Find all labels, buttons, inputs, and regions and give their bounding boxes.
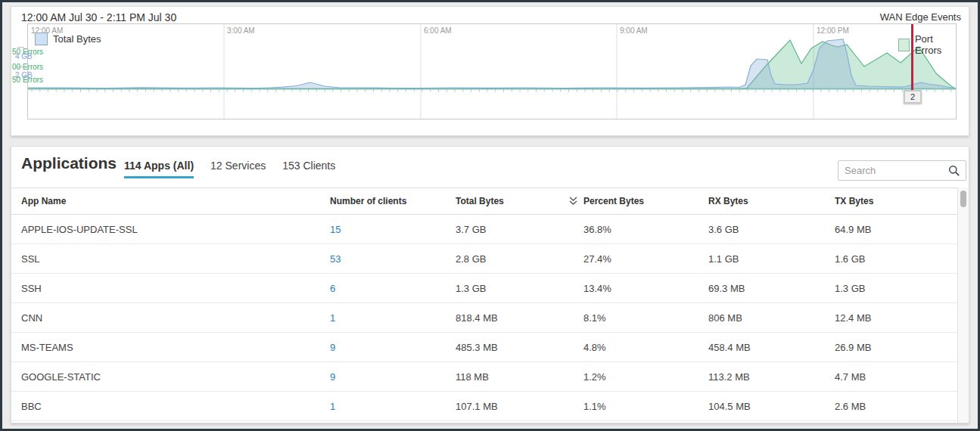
rx-bytes-cell: 113.2 MB (708, 371, 835, 383)
search-icon[interactable] (948, 165, 960, 177)
time-tick-label: 6:00 AM (424, 26, 452, 35)
col-header-percent-bytes[interactable]: Percent Bytes (568, 196, 708, 206)
table-row[interactable]: BBC1107.1 MB1.1%104.5 MB2.6 MB (11, 392, 957, 421)
clients-cell: 9 (330, 371, 456, 383)
clients-count-link[interactable]: 6 (330, 283, 335, 294)
search-input[interactable] (838, 165, 948, 176)
rx-bytes-cell: 104.5 MB (708, 401, 835, 412)
wan-insights-chart-card: 12:00 AM Jul 30 - 2:11 PM Jul 30 WAN Edg… (11, 6, 969, 136)
total-bytes-cell: 818.4 MB (456, 312, 568, 324)
tx-bytes-cell: 1.6 GB (835, 253, 957, 265)
app-name-cell: SSH (11, 283, 330, 294)
tab-apps-all[interactable]: 114 Apps (All) (124, 160, 194, 178)
legend-port-errors[interactable]: Port Errors (898, 33, 956, 56)
time-tick-label: 3:00 AM (227, 26, 255, 35)
legend-total-bytes[interactable]: Total Bytes (35, 33, 101, 45)
scrollbar-thumb[interactable] (960, 191, 966, 207)
tx-bytes-cell: 12.4 MB (835, 312, 957, 324)
wan-edge-events-label: WAN Edge Events (880, 11, 961, 23)
percent-bytes-cell: 1.2% (568, 371, 708, 383)
port-errors-axis-label: 50 Errors (12, 76, 43, 84)
axis-tick-dash (17, 47, 24, 48)
clients-count-link[interactable]: 1 (330, 401, 335, 412)
rx-bytes-cell: 806 MB (708, 312, 835, 324)
percent-bytes-value: 27.4% (583, 253, 611, 265)
legend-port-label: Port Errors (915, 33, 956, 56)
tx-bytes-cell: 1.3 GB (835, 283, 957, 294)
rx-bytes-cell: 69.3 MB (708, 283, 835, 294)
tx-bytes-cell: 4.7 MB (835, 371, 957, 383)
app-name-cell: CNN (11, 312, 330, 324)
clients-cell: 1 (330, 312, 456, 324)
sort-descending-icon[interactable] (568, 197, 578, 206)
axis-tick-dash (17, 67, 24, 67)
applications-title: Applications (21, 154, 117, 172)
clients-cell: 1 (330, 401, 456, 412)
total-bytes-cell: 107.1 MB (456, 401, 568, 412)
port-errors-swatch-icon (898, 39, 910, 51)
total-bytes-cell: 485.3 MB (456, 342, 568, 353)
app-name-cell: APPLE-IOS-UPDATE-SSL (11, 224, 330, 235)
clients-count-link[interactable]: 53 (330, 253, 341, 265)
tab-services[interactable]: 12 Services (210, 160, 266, 178)
clients-count-link[interactable]: 9 (330, 342, 335, 353)
event-marker-line[interactable] (911, 24, 913, 91)
tx-bytes-cell: 64.9 MB (835, 224, 957, 235)
percent-bytes-cell: 8.1% (568, 312, 708, 324)
percent-bytes-value: 13.4% (583, 283, 611, 294)
clients-cell: 9 (330, 342, 456, 353)
bytes-axis-label: 4 GB (15, 52, 33, 60)
clients-cell: 15 (330, 224, 456, 235)
screen: 12:00 AM Jul 30 - 2:11 PM Jul 30 WAN Edg… (0, 0, 980, 431)
chart-canvas[interactable] (28, 24, 956, 119)
tx-bytes-cell: 26.9 MB (835, 342, 957, 353)
col-header-tx-bytes[interactable]: TX Bytes (835, 196, 957, 206)
table-row[interactable]: MS-TEAMS9485.3 MB4.8%458.4 MB26.9 MB (11, 333, 957, 362)
table-row[interactable]: APPLE-IOS-UPDATE-SSL153.7 GB36.8%3.6 GB6… (11, 215, 957, 244)
clients-cell: 6 (330, 283, 456, 294)
clients-count-link[interactable]: 9 (330, 371, 335, 383)
legend-total-label: Total Bytes (53, 33, 101, 45)
percent-bytes-cell: 13.4% (568, 283, 708, 294)
app-name-cell: MS-TEAMS (11, 342, 330, 353)
total-bytes-cell: 1.3 GB (456, 283, 568, 294)
clients-count-link[interactable]: 15 (330, 224, 341, 235)
percent-bytes-value: 1.1% (583, 401, 606, 412)
table-row[interactable]: SSH61.3 GB13.4%69.3 MB1.3 GB (11, 274, 957, 303)
time-tick-label: 12:00 PM (817, 26, 849, 35)
col-header-total-bytes[interactable]: Total Bytes (456, 196, 568, 206)
timeseries-chart[interactable]: 12:00 AM3:00 AM6:00 AM9:00 AM12:00 PM 50… (27, 23, 957, 119)
table-scrollbar[interactable] (957, 188, 969, 423)
percent-bytes-cell: 4.8% (568, 342, 708, 353)
applications-tabs: 114 Apps (All)12 Services153 Clients (124, 160, 335, 178)
table-row[interactable]: GOOGLE-STATIC9118 MB1.2%113.2 MB4.7 MB (11, 362, 957, 392)
total-bytes-cell: 3.7 GB (456, 224, 568, 235)
chart-titlebar: 12:00 AM Jul 30 - 2:11 PM Jul 30 WAN Edg… (11, 7, 969, 23)
search-box (838, 160, 966, 181)
total-bytes-cell: 118 MB (456, 371, 568, 383)
total-bytes-cell: 2.8 GB (456, 253, 568, 265)
col-header-number-of-clients[interactable]: Number of clients (330, 196, 456, 206)
time-tick-label: 9:00 AM (620, 26, 648, 35)
app-name-cell: SSL (11, 253, 330, 265)
event-count-badge[interactable]: 2 (904, 90, 922, 104)
table-row[interactable]: CNN1818.4 MB8.1%806 MB12.4 MB (11, 303, 957, 333)
percent-bytes-value: 1.2% (583, 371, 606, 383)
applications-card: Applications 114 Apps (All)12 Services15… (11, 146, 969, 423)
total-bytes-swatch-icon (35, 33, 48, 45)
col-header-app-name[interactable]: App Name (11, 196, 330, 206)
percent-bytes-value: 8.1% (583, 312, 606, 324)
clients-cell: 53 (330, 253, 456, 265)
rx-bytes-cell: 3.6 GB (708, 224, 835, 235)
col-header-rx-bytes[interactable]: RX Bytes (708, 196, 835, 206)
tab-clients[interactable]: 153 Clients (282, 160, 335, 178)
table-row[interactable]: SSL532.8 GB27.4%1.1 GB1.6 GB (11, 244, 957, 274)
percent-bytes-cell: 27.4% (568, 253, 708, 265)
table-body: APPLE-IOS-UPDATE-SSL153.7 GB36.8%3.6 GB6… (11, 215, 957, 421)
percent-bytes-value: 36.8% (583, 224, 611, 235)
percent-bytes-cell: 1.1% (568, 401, 708, 412)
clients-count-link[interactable]: 1 (330, 312, 335, 324)
percent-bytes-label: Percent Bytes (583, 196, 644, 206)
rx-bytes-cell: 1.1 GB (708, 253, 835, 265)
tx-bytes-cell: 2.6 MB (835, 401, 957, 412)
